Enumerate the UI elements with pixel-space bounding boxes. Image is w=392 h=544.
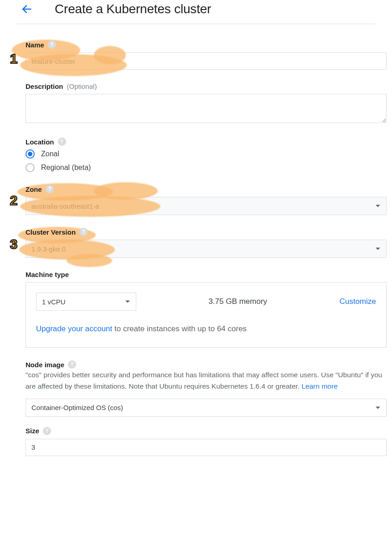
field-location: Location ? Zonal Regional (beta) — [26, 138, 387, 172]
cluster-version-value: 1.9.3-gke.0 — [31, 245, 66, 253]
machine-type-box: 1 vCPU 3.75 GB memory Customize Upgrade … — [26, 282, 387, 348]
back-arrow-icon[interactable] — [21, 3, 33, 15]
header-divider — [16, 24, 376, 24]
form-area: 1 Name ? Description (Optional) Location… — [0, 30, 392, 456]
size-input[interactable] — [26, 439, 387, 456]
description-textarea[interactable] — [26, 94, 387, 123]
cluster-version-select[interactable]: 1.9.3-gke.0 — [26, 240, 387, 258]
name-label: Name — [26, 41, 44, 49]
size-label: Size — [26, 427, 39, 435]
help-icon[interactable]: ? — [46, 185, 54, 193]
radio-zonal-label: Zonal — [41, 150, 59, 158]
vcpu-value: 1 vCPU — [42, 298, 66, 306]
node-image-select[interactable]: Container-Optimized OS (cos) — [26, 399, 387, 417]
zone-value: australia-southeast1-a — [31, 202, 99, 210]
help-icon[interactable]: ? — [58, 138, 66, 146]
machine-type-label: Machine type — [26, 271, 69, 278]
help-icon[interactable]: ? — [43, 427, 51, 435]
radio-zonal[interactable]: Zonal — [26, 149, 387, 159]
cluster-version-label: Cluster Version — [26, 228, 76, 236]
help-icon[interactable]: ? — [68, 360, 76, 369]
field-zone: 2 Zone ? australia-southeast1-a — [26, 185, 387, 215]
field-node-image: Node image ? "cos" provides better secur… — [26, 360, 387, 417]
zone-label: Zone — [26, 185, 42, 193]
node-image-label: Node image — [26, 361, 64, 369]
page-header: Create a Kubernetes cluster — [0, 0, 392, 24]
field-name: 1 Name ? — [26, 41, 387, 70]
help-icon[interactable]: ? — [48, 41, 56, 49]
radio-regional-label: Regional (beta) — [41, 164, 91, 172]
zone-select[interactable]: australia-southeast1-a — [26, 197, 387, 215]
node-image-description: "cos" provides better security and perfo… — [26, 370, 387, 392]
location-label: Location — [26, 138, 54, 146]
radio-circle-icon — [26, 163, 35, 172]
callout-number-1: 1 — [5, 50, 23, 68]
vcpu-select[interactable]: 1 vCPU — [36, 293, 136, 311]
customize-link[interactable]: Customize — [340, 297, 376, 306]
field-description: Description (Optional) — [26, 82, 387, 125]
page-title: Create a Kubernetes cluster — [55, 2, 211, 16]
help-icon[interactable]: ? — [79, 228, 88, 236]
callout-number-2: 2 — [5, 191, 23, 210]
radio-circle-icon — [26, 149, 35, 159]
description-optional: (Optional) — [67, 82, 97, 90]
field-machine-type: Machine type 1 vCPU 3.75 GB memory Custo… — [26, 271, 387, 348]
name-input[interactable] — [26, 52, 387, 70]
memory-text: 3.75 GB memory — [136, 297, 340, 306]
upgrade-rest-text: to create instances with up to 64 cores — [112, 324, 247, 333]
upgrade-row: Upgrade your account to create instances… — [36, 324, 376, 334]
radio-regional[interactable]: Regional (beta) — [26, 163, 387, 172]
node-image-value: Container-Optimized OS (cos) — [31, 404, 123, 411]
field-cluster-version: 3 Cluster Version ? 1.9.3-gke.0 — [26, 228, 387, 258]
field-size: Size ? — [26, 427, 387, 456]
learn-more-link[interactable]: Learn more — [301, 382, 337, 390]
callout-number-3: 3 — [5, 235, 23, 253]
description-label: Description — [26, 82, 63, 90]
upgrade-account-link[interactable]: Upgrade your account — [36, 324, 112, 333]
